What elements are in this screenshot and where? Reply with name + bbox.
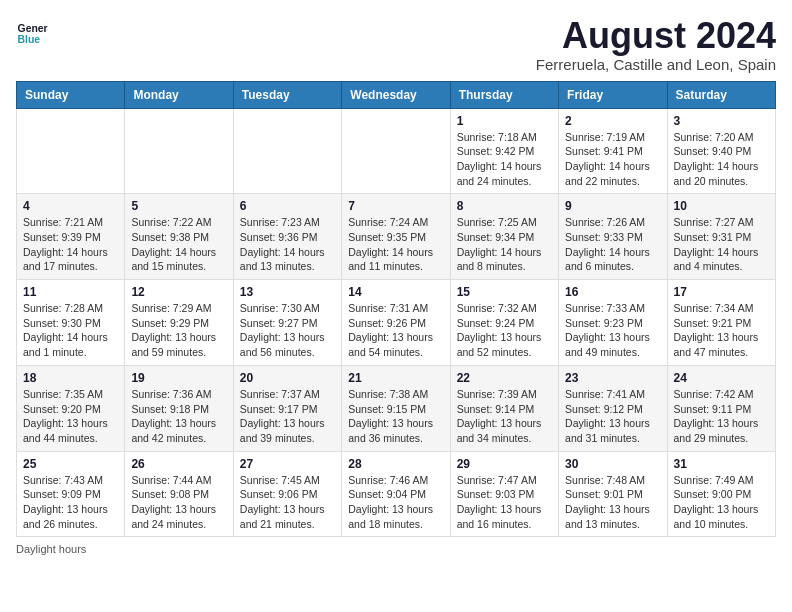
- calendar-cell: 10Sunrise: 7:27 AM Sunset: 9:31 PM Dayli…: [667, 194, 775, 280]
- day-info: Sunrise: 7:45 AM Sunset: 9:06 PM Dayligh…: [240, 473, 335, 532]
- calendar-cell: 30Sunrise: 7:48 AM Sunset: 9:01 PM Dayli…: [559, 451, 667, 537]
- calendar-table: SundayMondayTuesdayWednesdayThursdayFrid…: [16, 81, 776, 538]
- calendar-cell: 5Sunrise: 7:22 AM Sunset: 9:38 PM Daylig…: [125, 194, 233, 280]
- day-info: Sunrise: 7:44 AM Sunset: 9:08 PM Dayligh…: [131, 473, 226, 532]
- subtitle: Ferreruela, Castille and Leon, Spain: [536, 56, 776, 73]
- day-info: Sunrise: 7:18 AM Sunset: 9:42 PM Dayligh…: [457, 130, 552, 189]
- day-info: Sunrise: 7:48 AM Sunset: 9:01 PM Dayligh…: [565, 473, 660, 532]
- title-area: August 2024 Ferreruela, Castille and Leo…: [536, 16, 776, 73]
- calendar-cell: 8Sunrise: 7:25 AM Sunset: 9:34 PM Daylig…: [450, 194, 558, 280]
- calendar-week-1: 1Sunrise: 7:18 AM Sunset: 9:42 PM Daylig…: [17, 108, 776, 194]
- calendar-cell: 12Sunrise: 7:29 AM Sunset: 9:29 PM Dayli…: [125, 280, 233, 366]
- calendar-header: SundayMondayTuesdayWednesdayThursdayFrid…: [17, 81, 776, 108]
- calendar-cell: [233, 108, 341, 194]
- day-number: 14: [348, 285, 443, 299]
- day-number: 30: [565, 457, 660, 471]
- day-number: 20: [240, 371, 335, 385]
- day-info: Sunrise: 7:32 AM Sunset: 9:24 PM Dayligh…: [457, 301, 552, 360]
- calendar-cell: 16Sunrise: 7:33 AM Sunset: 9:23 PM Dayli…: [559, 280, 667, 366]
- calendar-cell: [17, 108, 125, 194]
- calendar-cell: 7Sunrise: 7:24 AM Sunset: 9:35 PM Daylig…: [342, 194, 450, 280]
- calendar-cell: 19Sunrise: 7:36 AM Sunset: 9:18 PM Dayli…: [125, 365, 233, 451]
- day-info: Sunrise: 7:22 AM Sunset: 9:38 PM Dayligh…: [131, 215, 226, 274]
- day-number: 3: [674, 114, 769, 128]
- calendar-cell: 15Sunrise: 7:32 AM Sunset: 9:24 PM Dayli…: [450, 280, 558, 366]
- day-number: 4: [23, 199, 118, 213]
- calendar-cell: 13Sunrise: 7:30 AM Sunset: 9:27 PM Dayli…: [233, 280, 341, 366]
- calendar-cell: 20Sunrise: 7:37 AM Sunset: 9:17 PM Dayli…: [233, 365, 341, 451]
- day-info: Sunrise: 7:28 AM Sunset: 9:30 PM Dayligh…: [23, 301, 118, 360]
- column-header-friday: Friday: [559, 81, 667, 108]
- main-title: August 2024: [536, 16, 776, 56]
- page-header: General Blue August 2024 Ferreruela, Cas…: [16, 16, 776, 73]
- logo-icon: General Blue: [16, 16, 48, 48]
- day-number: 21: [348, 371, 443, 385]
- calendar-cell: 24Sunrise: 7:42 AM Sunset: 9:11 PM Dayli…: [667, 365, 775, 451]
- day-info: Sunrise: 7:20 AM Sunset: 9:40 PM Dayligh…: [674, 130, 769, 189]
- day-info: Sunrise: 7:49 AM Sunset: 9:00 PM Dayligh…: [674, 473, 769, 532]
- column-header-sunday: Sunday: [17, 81, 125, 108]
- day-number: 27: [240, 457, 335, 471]
- day-info: Sunrise: 7:21 AM Sunset: 9:39 PM Dayligh…: [23, 215, 118, 274]
- day-info: Sunrise: 7:47 AM Sunset: 9:03 PM Dayligh…: [457, 473, 552, 532]
- calendar-cell: 6Sunrise: 7:23 AM Sunset: 9:36 PM Daylig…: [233, 194, 341, 280]
- day-info: Sunrise: 7:27 AM Sunset: 9:31 PM Dayligh…: [674, 215, 769, 274]
- calendar-week-5: 25Sunrise: 7:43 AM Sunset: 9:09 PM Dayli…: [17, 451, 776, 537]
- day-number: 17: [674, 285, 769, 299]
- day-number: 1: [457, 114, 552, 128]
- day-number: 7: [348, 199, 443, 213]
- day-info: Sunrise: 7:33 AM Sunset: 9:23 PM Dayligh…: [565, 301, 660, 360]
- day-info: Sunrise: 7:37 AM Sunset: 9:17 PM Dayligh…: [240, 387, 335, 446]
- calendar-cell: 29Sunrise: 7:47 AM Sunset: 9:03 PM Dayli…: [450, 451, 558, 537]
- calendar-cell: 21Sunrise: 7:38 AM Sunset: 9:15 PM Dayli…: [342, 365, 450, 451]
- day-number: 5: [131, 199, 226, 213]
- day-number: 16: [565, 285, 660, 299]
- day-number: 15: [457, 285, 552, 299]
- day-number: 29: [457, 457, 552, 471]
- day-info: Sunrise: 7:29 AM Sunset: 9:29 PM Dayligh…: [131, 301, 226, 360]
- day-number: 9: [565, 199, 660, 213]
- calendar-cell: 17Sunrise: 7:34 AM Sunset: 9:21 PM Dayli…: [667, 280, 775, 366]
- day-info: Sunrise: 7:38 AM Sunset: 9:15 PM Dayligh…: [348, 387, 443, 446]
- day-info: Sunrise: 7:36 AM Sunset: 9:18 PM Dayligh…: [131, 387, 226, 446]
- calendar-week-3: 11Sunrise: 7:28 AM Sunset: 9:30 PM Dayli…: [17, 280, 776, 366]
- calendar-cell: 4Sunrise: 7:21 AM Sunset: 9:39 PM Daylig…: [17, 194, 125, 280]
- logo: General Blue: [16, 16, 48, 48]
- day-number: 2: [565, 114, 660, 128]
- day-number: 18: [23, 371, 118, 385]
- day-number: 31: [674, 457, 769, 471]
- calendar-cell: 14Sunrise: 7:31 AM Sunset: 9:26 PM Dayli…: [342, 280, 450, 366]
- day-info: Sunrise: 7:35 AM Sunset: 9:20 PM Dayligh…: [23, 387, 118, 446]
- day-info: Sunrise: 7:31 AM Sunset: 9:26 PM Dayligh…: [348, 301, 443, 360]
- calendar-cell: 22Sunrise: 7:39 AM Sunset: 9:14 PM Dayli…: [450, 365, 558, 451]
- calendar-week-2: 4Sunrise: 7:21 AM Sunset: 9:39 PM Daylig…: [17, 194, 776, 280]
- calendar-cell: 18Sunrise: 7:35 AM Sunset: 9:20 PM Dayli…: [17, 365, 125, 451]
- calendar-cell: 3Sunrise: 7:20 AM Sunset: 9:40 PM Daylig…: [667, 108, 775, 194]
- day-number: 26: [131, 457, 226, 471]
- calendar-cell: 2Sunrise: 7:19 AM Sunset: 9:41 PM Daylig…: [559, 108, 667, 194]
- calendar-cell: 9Sunrise: 7:26 AM Sunset: 9:33 PM Daylig…: [559, 194, 667, 280]
- calendar-cell: 1Sunrise: 7:18 AM Sunset: 9:42 PM Daylig…: [450, 108, 558, 194]
- day-number: 19: [131, 371, 226, 385]
- svg-text:General: General: [18, 23, 48, 34]
- column-header-thursday: Thursday: [450, 81, 558, 108]
- day-number: 23: [565, 371, 660, 385]
- calendar-cell: 25Sunrise: 7:43 AM Sunset: 9:09 PM Dayli…: [17, 451, 125, 537]
- day-number: 22: [457, 371, 552, 385]
- calendar-cell: 28Sunrise: 7:46 AM Sunset: 9:04 PM Dayli…: [342, 451, 450, 537]
- day-info: Sunrise: 7:25 AM Sunset: 9:34 PM Dayligh…: [457, 215, 552, 274]
- calendar-cell: [125, 108, 233, 194]
- day-number: 13: [240, 285, 335, 299]
- day-info: Sunrise: 7:26 AM Sunset: 9:33 PM Dayligh…: [565, 215, 660, 274]
- footer-note: Daylight hours: [16, 543, 776, 555]
- day-info: Sunrise: 7:42 AM Sunset: 9:11 PM Dayligh…: [674, 387, 769, 446]
- calendar-cell: [342, 108, 450, 194]
- column-header-monday: Monday: [125, 81, 233, 108]
- day-number: 25: [23, 457, 118, 471]
- column-header-saturday: Saturday: [667, 81, 775, 108]
- day-info: Sunrise: 7:24 AM Sunset: 9:35 PM Dayligh…: [348, 215, 443, 274]
- day-number: 12: [131, 285, 226, 299]
- calendar-cell: 11Sunrise: 7:28 AM Sunset: 9:30 PM Dayli…: [17, 280, 125, 366]
- day-info: Sunrise: 7:23 AM Sunset: 9:36 PM Dayligh…: [240, 215, 335, 274]
- calendar-cell: 27Sunrise: 7:45 AM Sunset: 9:06 PM Dayli…: [233, 451, 341, 537]
